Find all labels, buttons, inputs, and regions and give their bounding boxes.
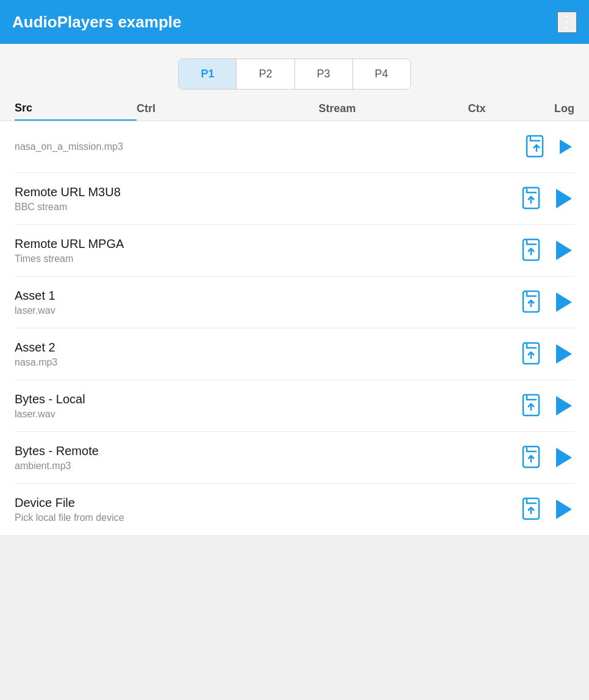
item-info: Asset 2 nasa.mp3 — [15, 341, 519, 368]
upload-button[interactable] — [519, 495, 546, 524]
upload-icon — [522, 290, 544, 314]
item-title: Asset 1 — [15, 289, 519, 303]
tab-p3[interactable]: P3 — [295, 59, 353, 89]
tab-p2[interactable]: P2 — [237, 59, 294, 89]
item-actions — [523, 132, 574, 161]
list-item: Remote URL M3U8 BBC stream — [15, 173, 574, 225]
item-title: Device File — [15, 496, 519, 510]
upload-icon — [522, 445, 544, 470]
item-subtitle: laser.wav — [15, 305, 519, 316]
item-title: Remote URL MPGA — [15, 237, 519, 251]
play-icon — [556, 448, 572, 467]
col-header-stream: Stream — [234, 102, 440, 120]
list-item: nasa_on_a_mission.mp3 — [15, 121, 574, 173]
list-item: Bytes - Local laser.wav — [15, 380, 574, 432]
upload-icon — [522, 394, 544, 418]
upload-button[interactable] — [519, 236, 546, 265]
item-subtitle: BBC stream — [15, 202, 519, 213]
list-item: Bytes - Remote ambient.mp3 — [15, 432, 574, 484]
item-title: Asset 2 — [15, 341, 519, 355]
play-button[interactable] — [554, 445, 574, 470]
upload-button[interactable] — [519, 288, 546, 317]
tab-group: P1 P2 P3 P4 — [178, 58, 410, 90]
upload-icon — [522, 342, 544, 366]
list-item: Device File Pick local file from device — [15, 484, 574, 535]
item-actions — [519, 288, 574, 317]
item-info: nasa_on_a_mission.mp3 — [15, 141, 523, 152]
play-icon — [556, 241, 572, 260]
upload-icon — [526, 135, 548, 159]
app-header: AudioPlayers example ⋮ — [0, 0, 589, 44]
item-actions — [519, 339, 574, 369]
play-button[interactable] — [557, 137, 574, 157]
col-header-ctx: Ctx — [440, 102, 513, 120]
col-header-ctrl: Ctrl — [137, 102, 234, 120]
play-button[interactable] — [554, 290, 574, 314]
item-info: Remote URL MPGA Times stream — [15, 237, 519, 264]
upload-button[interactable] — [519, 443, 546, 472]
item-subtitle: laser.wav — [15, 409, 519, 420]
item-title: Remote URL M3U8 — [15, 185, 519, 199]
play-icon — [556, 292, 572, 312]
item-subtitle: ambient.mp3 — [15, 461, 519, 472]
item-actions — [519, 495, 574, 524]
play-icon — [556, 396, 572, 415]
play-icon — [560, 140, 572, 154]
play-button[interactable] — [554, 238, 574, 263]
list-item: Asset 2 nasa.mp3 — [15, 328, 574, 380]
item-actions — [519, 391, 574, 420]
item-info: Asset 1 laser.wav — [15, 289, 519, 316]
item-subtitle: Pick local file from device — [15, 512, 519, 523]
play-icon — [556, 189, 572, 208]
item-info: Bytes - Local laser.wav — [15, 392, 519, 420]
play-icon — [556, 344, 572, 364]
item-actions — [519, 443, 574, 472]
col-header-log: Log — [513, 102, 574, 120]
play-button[interactable] — [554, 186, 574, 211]
audio-list: nasa_on_a_mission.mp3 Remot — [0, 121, 589, 535]
upload-button[interactable] — [523, 132, 550, 161]
play-button[interactable] — [554, 497, 574, 521]
upload-button[interactable] — [519, 184, 546, 213]
item-info: Bytes - Remote ambient.mp3 — [15, 444, 519, 472]
list-item: Asset 1 laser.wav — [15, 277, 574, 328]
item-subtitle: nasa.mp3 — [15, 357, 519, 368]
upload-button[interactable] — [519, 391, 546, 420]
play-button[interactable] — [554, 342, 574, 366]
upload-button[interactable] — [519, 339, 546, 369]
item-actions — [519, 184, 574, 213]
upload-icon — [522, 186, 544, 211]
col-header-src: Src — [15, 102, 137, 121]
tab-bar: P1 P2 P3 P4 — [0, 44, 589, 90]
item-actions — [519, 236, 574, 265]
menu-button[interactable]: ⋮ — [557, 12, 577, 33]
item-subtitle: nasa_on_a_mission.mp3 — [15, 141, 523, 152]
upload-icon — [522, 497, 544, 521]
play-button[interactable] — [554, 394, 574, 418]
play-icon — [556, 500, 572, 519]
item-title: Bytes - Local — [15, 392, 519, 406]
tab-p4[interactable]: P4 — [353, 59, 410, 89]
column-headers: Src Ctrl Stream Ctx Log — [0, 90, 589, 121]
app-title: AudioPlayers example — [12, 13, 181, 32]
upload-icon — [522, 238, 544, 263]
item-subtitle: Times stream — [15, 253, 519, 264]
list-item: Remote URL MPGA Times stream — [15, 225, 574, 277]
item-title: Bytes - Remote — [15, 444, 519, 458]
item-info: Remote URL M3U8 BBC stream — [15, 185, 519, 213]
tab-p1[interactable]: P1 — [179, 59, 237, 89]
item-info: Device File Pick local file from device — [15, 496, 519, 523]
